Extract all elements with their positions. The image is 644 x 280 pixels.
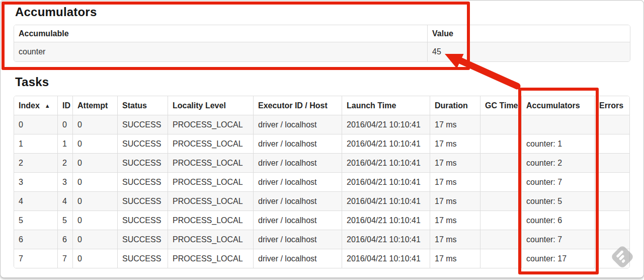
cell-gc-time xyxy=(480,172,521,191)
cell-executor-id-host: driver / localhost xyxy=(253,134,342,153)
cell-duration: 17 ms xyxy=(430,172,480,191)
cell-gc-time xyxy=(480,115,521,134)
cell-attempt: 0 xyxy=(72,115,117,134)
cell-accumulators: counter: 6 xyxy=(521,211,594,230)
cell-index: 6 xyxy=(14,230,57,249)
cell-executor-id-host: driver / localhost xyxy=(253,153,342,172)
cell-id: 4 xyxy=(57,191,72,211)
cell-locality-level: PROCESS_LOCAL xyxy=(168,191,253,211)
column-header-label: Accumulators xyxy=(526,101,580,110)
cell-errors xyxy=(594,230,629,249)
cell-locality-level: PROCESS_LOCAL xyxy=(168,115,253,134)
cell-duration: 17 ms xyxy=(430,191,480,211)
cell-index: 5 xyxy=(14,211,57,230)
cell-locality-level: PROCESS_LOCAL xyxy=(168,211,253,230)
column-header-locality-level[interactable]: Locality Level xyxy=(168,96,253,115)
column-header-value[interactable]: Value xyxy=(427,25,630,42)
cell-status: SUCCESS xyxy=(117,249,168,268)
column-header-label: Index xyxy=(19,101,40,110)
column-header-label: Accumulable xyxy=(19,29,69,38)
cell-errors xyxy=(594,134,629,153)
cell-errors xyxy=(594,172,629,191)
cell-errors xyxy=(594,153,629,172)
column-header-accumulable[interactable]: Accumulable xyxy=(14,25,427,42)
column-header-launch-time[interactable]: Launch Time xyxy=(342,96,430,115)
cell-attempt: 0 xyxy=(72,134,117,153)
cell-id: 5 xyxy=(57,211,72,230)
cell-locality-level: PROCESS_LOCAL xyxy=(168,249,253,268)
cell-executor-id-host: driver / localhost xyxy=(253,191,342,211)
cell-locality-level: PROCESS_LOCAL xyxy=(168,134,253,153)
cell-duration: 17 ms xyxy=(430,153,480,172)
cell-attempt: 0 xyxy=(72,191,117,211)
column-header-label: ID xyxy=(62,101,70,110)
cell-attempt: 0 xyxy=(72,230,117,249)
cell-attempt: 0 xyxy=(72,211,117,230)
cell-status: SUCCESS xyxy=(117,172,168,191)
cell-value: 45 xyxy=(427,42,630,61)
cell-index: 4 xyxy=(14,191,57,211)
cell-index: 7 xyxy=(14,249,57,268)
table-row: 220SUCCESSPROCESS_LOCALdriver / localhos… xyxy=(14,153,629,172)
cell-status: SUCCESS xyxy=(117,211,168,230)
column-header-label: Errors xyxy=(599,101,623,110)
cell-attempt: 0 xyxy=(72,172,117,191)
table-row: 440SUCCESSPROCESS_LOCALdriver / localhos… xyxy=(14,191,629,211)
cell-gc-time xyxy=(480,134,521,153)
cell-attempt: 0 xyxy=(72,153,117,172)
tasks-table-header: Index▲IDAttemptStatusLocality LevelExecu… xyxy=(14,96,629,115)
cell-accumulators xyxy=(521,115,594,134)
column-header-index[interactable]: Index▲ xyxy=(14,96,57,115)
cell-executor-id-host: driver / localhost xyxy=(253,115,342,134)
sort-ascending-icon: ▲ xyxy=(45,103,50,109)
column-header-gc-time[interactable]: GC Time xyxy=(480,96,521,115)
column-header-duration[interactable]: Duration xyxy=(430,96,480,115)
cell-status: SUCCESS xyxy=(117,115,168,134)
cell-status: SUCCESS xyxy=(117,191,168,211)
column-header-attempt[interactable]: Attempt xyxy=(72,96,117,115)
accumulators-table-header: AccumulableValue xyxy=(14,25,630,42)
cell-accumulators: counter: 2 xyxy=(521,153,594,172)
cell-locality-level: PROCESS_LOCAL xyxy=(168,153,253,172)
tasks-table: Index▲IDAttemptStatusLocality LevelExecu… xyxy=(14,96,630,268)
column-header-label: Duration xyxy=(435,101,468,110)
cell-accumulators: counter: 1 xyxy=(521,134,594,153)
cell-launch-time: 2016/04/21 10:10:41 xyxy=(342,191,430,211)
column-header-executor-id-host[interactable]: Executor ID / Host xyxy=(253,96,342,115)
cell-id: 2 xyxy=(57,153,72,172)
accumulators-table: AccumulableValue counter45 xyxy=(14,25,630,62)
accumulators-section-title: Accumulators xyxy=(15,5,97,19)
cell-locality-level: PROCESS_LOCAL xyxy=(168,230,253,249)
cell-id: 6 xyxy=(57,230,72,249)
table-row: 330SUCCESSPROCESS_LOCALdriver / localhos… xyxy=(14,172,629,191)
table-row: 770SUCCESSPROCESS_LOCALdriver / localhos… xyxy=(14,249,629,268)
cell-gc-time xyxy=(480,211,521,230)
cell-executor-id-host: driver / localhost xyxy=(253,249,342,268)
cell-id: 7 xyxy=(57,249,72,268)
table-row: 110SUCCESSPROCESS_LOCALdriver / localhos… xyxy=(14,134,629,153)
cell-duration: 17 ms xyxy=(430,211,480,230)
cell-index: 1 xyxy=(14,134,57,153)
spark-ui-screenshot: Accumulators AccumulableValue counter45 … xyxy=(0,0,644,280)
column-header-id[interactable]: ID xyxy=(57,96,72,115)
column-header-label: Locality Level xyxy=(173,101,226,110)
cell-launch-time: 2016/04/21 10:10:41 xyxy=(342,230,430,249)
table-row: 000SUCCESSPROCESS_LOCALdriver / localhos… xyxy=(14,115,629,134)
column-header-errors[interactable]: Errors xyxy=(594,96,629,115)
cell-errors xyxy=(594,191,629,211)
column-header-label: Attempt xyxy=(77,101,108,110)
cell-id: 3 xyxy=(57,172,72,191)
cell-errors xyxy=(594,249,629,268)
cell-errors xyxy=(594,211,629,230)
cell-status: SUCCESS xyxy=(117,134,168,153)
cell-index: 3 xyxy=(14,172,57,191)
column-header-status[interactable]: Status xyxy=(117,96,168,115)
cell-status: SUCCESS xyxy=(117,153,168,172)
tasks-section-title: Tasks xyxy=(15,75,49,89)
cell-executor-id-host: driver / localhost xyxy=(253,211,342,230)
cell-gc-time xyxy=(480,230,521,249)
column-header-accumulators[interactable]: Accumulators xyxy=(521,96,594,115)
table-row: 550SUCCESSPROCESS_LOCALdriver / localhos… xyxy=(14,211,629,230)
cell-launch-time: 2016/04/21 10:10:41 xyxy=(342,153,430,172)
cell-launch-time: 2016/04/21 10:10:41 xyxy=(342,115,430,134)
